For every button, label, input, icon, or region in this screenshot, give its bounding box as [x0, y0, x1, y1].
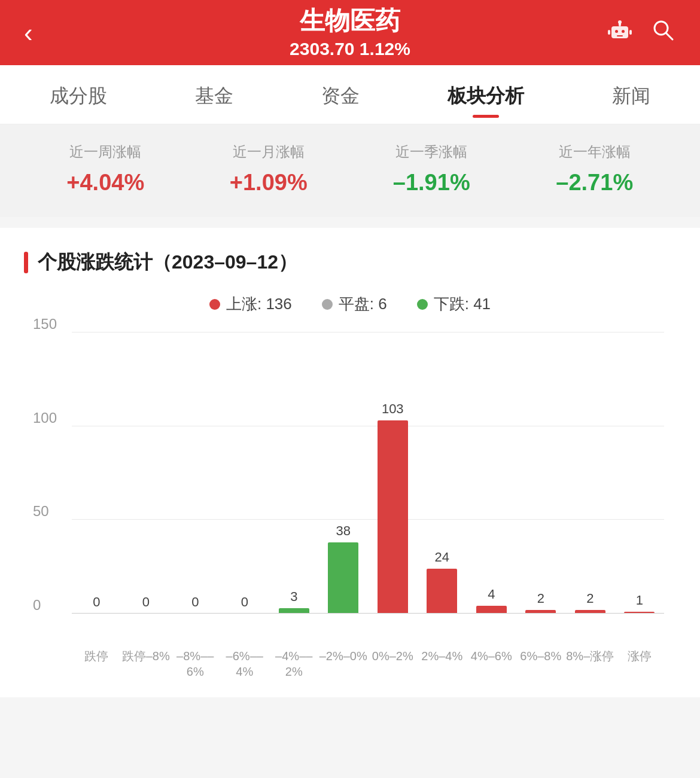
legend-flat-label: 平盘: 6 [339, 294, 387, 315]
svg-rect-2 [622, 30, 625, 33]
tab-capital[interactable]: 资金 [309, 65, 372, 124]
bar-group-0: 0 [72, 332, 121, 614]
legend-up-label: 上涨: 136 [226, 294, 292, 315]
x-label-5: –2%–0% [319, 648, 369, 679]
tab-component-stocks[interactable]: 成分股 [38, 65, 119, 124]
x-label-10: 8%–涨停 [565, 648, 615, 679]
bar-group-8: 4 [467, 332, 516, 614]
stats-section: 个股涨跌统计（2023–09–12） 上涨: 136 平盘: 6 下跌: 41 … [0, 228, 700, 697]
svg-line-9 [666, 33, 672, 39]
bar-value-9: 2 [537, 591, 544, 606]
search-icon[interactable] [650, 17, 676, 48]
bar-group-4: 3 [269, 332, 319, 614]
legend-down-label: 下跌: 41 [434, 294, 491, 315]
zero-line [72, 613, 664, 614]
bar-group-5: 38 [319, 332, 369, 614]
bar-value-4: 3 [290, 589, 297, 605]
bar-group-9: 2 [516, 332, 566, 614]
bar-chart: 0 50 100 150 0000338103244221 跌停跌停–8%–8%… [24, 332, 676, 679]
back-button[interactable]: ‹ [24, 20, 33, 46]
perf-week-value: +4.04% [24, 170, 187, 196]
y-label-100: 100 [33, 410, 57, 426]
svg-rect-7 [629, 30, 632, 35]
perf-year-label: 近一年涨幅 [513, 142, 677, 161]
legend-down-dot [417, 299, 428, 310]
tab-sector-analysis[interactable]: 板块分析 [436, 65, 536, 124]
tab-bar: 成分股 基金 资金 板块分析 新闻 [0, 65, 700, 124]
bar-value-1: 0 [142, 594, 150, 610]
perf-year-value: –2.71% [513, 170, 677, 196]
y-label-150: 150 [33, 316, 57, 332]
svg-point-5 [618, 20, 622, 24]
x-label-2: –8%––6% [171, 648, 220, 679]
perf-quarter: 近一季涨幅 –1.91% [350, 142, 513, 196]
bar-group-11: 1 [615, 332, 665, 614]
page-title: 生物医药 [290, 6, 410, 36]
y-label-0: 0 [33, 597, 41, 614]
x-label-6: 0%–2% [368, 648, 418, 679]
y-label-50: 50 [33, 503, 49, 520]
x-label-9: 6%–8% [516, 648, 566, 679]
bar-group-10: 2 [565, 332, 615, 614]
perf-week: 近一周涨幅 +4.04% [24, 142, 187, 196]
bar-7 [427, 569, 457, 614]
legend-flat: 平盘: 6 [322, 294, 387, 315]
perf-month-value: +1.09% [187, 170, 351, 196]
svg-rect-3 [617, 35, 623, 36]
bar-value-5: 38 [336, 523, 351, 539]
bar-group-1: 0 [121, 332, 171, 614]
chart-area: 0 50 100 150 0000338103244221 [72, 332, 664, 643]
header-actions [607, 17, 676, 48]
bar-value-0: 0 [93, 594, 100, 610]
x-label-4: –4%––2% [269, 648, 319, 679]
bar-group-2: 0 [171, 332, 220, 614]
bar-value-11: 1 [636, 593, 643, 608]
bar-value-7: 24 [435, 550, 449, 565]
bars-wrapper: 0000338103244221 [72, 332, 664, 614]
legend-up-dot [209, 299, 220, 310]
section-title: 个股涨跌统计（2023–09–12） [24, 249, 676, 276]
x-label-0: 跌停 [72, 648, 121, 679]
x-label-1: 跌停–8% [121, 648, 171, 679]
legend-flat-dot [322, 299, 333, 310]
header-center: 生物医药 2303.70 1.12% [290, 6, 410, 59]
header-subtitle: 2303.70 1.12% [290, 39, 410, 59]
perf-quarter-label: 近一季涨幅 [350, 142, 513, 161]
chart-legend: 上涨: 136 平盘: 6 下跌: 41 [24, 294, 676, 315]
bar-value-6: 103 [382, 401, 404, 417]
performance-section: 近一周涨幅 +4.04% 近一月涨幅 +1.09% 近一季涨幅 –1.91% 近… [0, 124, 700, 217]
legend-up: 上涨: 136 [209, 294, 292, 315]
perf-year: 近一年涨幅 –2.71% [513, 142, 677, 196]
bar-group-3: 0 [220, 332, 270, 614]
svg-rect-1 [615, 30, 618, 33]
bar-5 [328, 542, 358, 614]
tab-news[interactable]: 新闻 [600, 65, 662, 124]
x-label-8: 4%–6% [467, 648, 516, 679]
tab-funds[interactable]: 基金 [183, 65, 245, 124]
header: ‹ 生物医药 2303.70 1.12% [0, 0, 700, 65]
perf-month: 近一月涨幅 +1.09% [187, 142, 351, 196]
bar-value-8: 4 [488, 587, 495, 602]
bar-value-2: 0 [191, 594, 199, 610]
x-label-7: 2%–4% [418, 648, 467, 679]
x-labels: 跌停跌停–8%–8%––6%–6%––4%–4%––2%–2%–0%0%–2%2… [72, 648, 664, 679]
bar-6 [378, 420, 408, 614]
bar-value-3: 0 [241, 594, 248, 610]
performance-grid: 近一周涨幅 +4.04% 近一月涨幅 +1.09% 近一季涨幅 –1.91% 近… [24, 142, 676, 196]
perf-week-label: 近一周涨幅 [24, 142, 187, 161]
svg-rect-6 [608, 30, 610, 35]
perf-quarter-value: –1.91% [350, 170, 513, 196]
perf-month-label: 近一月涨幅 [187, 142, 351, 161]
legend-down: 下跌: 41 [417, 294, 491, 315]
bar-group-7: 24 [418, 332, 467, 614]
bar-group-6: 103 [368, 332, 418, 614]
x-label-11: 涨停 [615, 648, 665, 679]
robot-icon[interactable] [607, 17, 633, 48]
bar-value-10: 2 [586, 591, 594, 606]
x-label-3: –6%––4% [220, 648, 270, 679]
